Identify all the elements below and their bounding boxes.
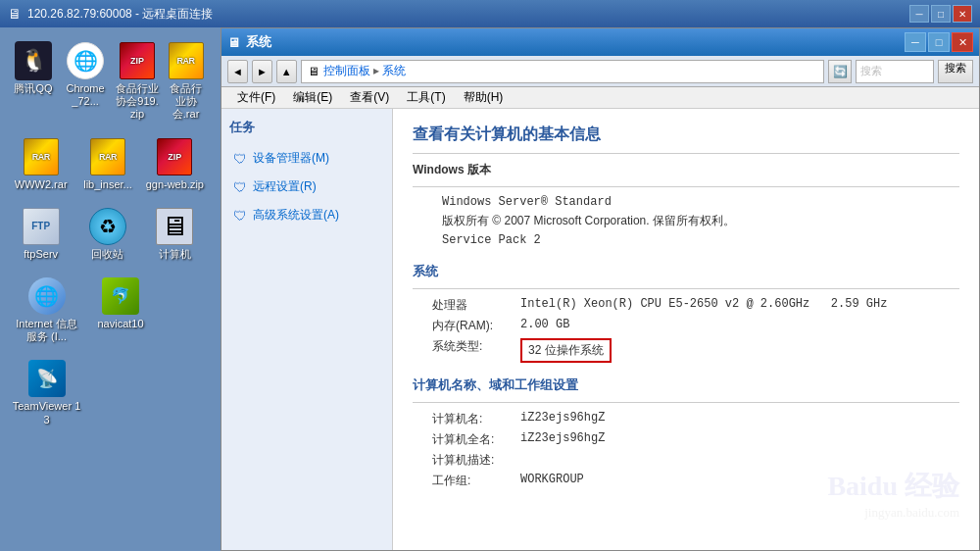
icon-row-5: 📡 TeamViewer 13 — [10, 355, 206, 429]
divider-4 — [413, 402, 959, 403]
menu-view[interactable]: 查看(V) — [342, 87, 397, 108]
divider-1 — [413, 153, 959, 154]
window-title-text: 系统 — [246, 33, 271, 51]
sidebar-label-device: 设备管理器(M) — [253, 150, 329, 167]
desktop: 🐧 腾讯QQ 🌐 Chrome_72... ZIP 食品行业协会919.zip … — [0, 27, 980, 551]
title-bar: 🖥 120.26.82.79:60008 - 远程桌面连接 ─ □ ✕ — [0, 0, 980, 27]
shield-icon-1: 🛡 — [233, 151, 247, 167]
system-section: 系统 处理器 Intel(R) Xeon(R) CPU E5-2650 v2 @… — [413, 263, 959, 363]
icon-teamviewer[interactable]: 📡 TeamViewer 13 — [10, 355, 83, 429]
ram-value: 2.00 GB — [520, 318, 569, 334]
systype-row: 系统类型: 32 位操作系统 — [432, 338, 959, 363]
sidebar-item-remote[interactable]: 🛡 远程设置(R) — [229, 175, 384, 199]
icon-ftpserv[interactable]: FTP ftpServ — [10, 203, 72, 265]
up-button[interactable]: ▲ — [276, 60, 297, 83]
window-title-bar: 🖥 系统 ─ □ ✕ — [221, 28, 979, 56]
divider-2 — [413, 186, 959, 187]
win-minimize-button[interactable]: ─ — [905, 32, 926, 52]
menu-tools[interactable]: 工具(T) — [399, 87, 453, 108]
search-button[interactable]: 搜索 — [938, 60, 973, 83]
system-rows: 处理器 Intel(R) Xeon(R) CPU E5-2650 v2 @ 2.… — [432, 297, 959, 363]
windows-details: Windows Server® Standard 版权所有 © 2007 Mic… — [442, 195, 959, 247]
workgroup-value: WORKGROUP — [520, 473, 584, 489]
shield-icon-2: 🛡 — [233, 179, 247, 195]
icon-row-4: 🌐 Internet 信息服务 (I... 🐬 navicat10 — [10, 273, 206, 347]
workgroup-label: 工作组: — [432, 473, 520, 489]
icon-food2[interactable]: RAR 食品行业协会.rar — [166, 37, 206, 125]
window-title-buttons: ─ □ ✕ — [905, 32, 973, 52]
windows-edition: Windows Server® Standard — [442, 195, 959, 209]
icon-recycle[interactable]: ♻ 回收站 — [76, 203, 138, 265]
systype-label: 系统类型: — [432, 338, 520, 363]
icon-www2[interactable]: RAR WWW2.rar — [10, 133, 72, 195]
ram-label: 内存(RAM): — [432, 318, 520, 334]
systype-value: 32 位操作系统 — [520, 338, 612, 363]
watermark: Baidu 经验 jingyan.baidu.com — [827, 468, 959, 521]
computer-section-title: 计算机名称、域和工作组设置 — [413, 376, 959, 394]
sidebar: 任务 🛡 设备管理器(M) 🛡 远程设置(R) 🛡 高级系统设置(A) — [221, 109, 393, 550]
windows-servicepack: Service Pack 2 — [442, 233, 959, 247]
shield-icon-3: 🛡 — [233, 208, 247, 224]
address-bar: ◄ ► ▲ 🖥 控制面板 ▸ 系统 🔄 搜索 搜索 — [221, 56, 979, 87]
sidebar-item-device-manager[interactable]: 🛡 设备管理器(M) — [229, 146, 384, 171]
menu-bar: 文件(F) 编辑(E) 查看(V) 工具(T) 帮助(H) — [221, 87, 979, 109]
fullname-row: 计算机全名: iZ23ejs96hgZ — [432, 431, 959, 448]
address-field[interactable]: 🖥 控制面板 ▸ 系统 — [301, 60, 824, 83]
compname-row: 计算机名: iZ23ejs96hgZ — [432, 411, 959, 427]
window-icon: 🖥 — [227, 35, 240, 50]
processor-label: 处理器 — [432, 297, 520, 314]
icon-computer[interactable]: 🖥 计算机 — [144, 203, 206, 265]
system-section-title: 系统 — [413, 263, 959, 280]
addr-path: 控制面板 ▸ 系统 — [323, 63, 407, 79]
icon-internet[interactable]: 🌐 Internet 信息服务 (I... — [10, 273, 83, 347]
icon-libinser[interactable]: RAR lib_inser... — [76, 133, 138, 195]
sidebar-label-remote: 远程设置(R) — [253, 178, 317, 195]
close-button[interactable]: ✕ — [953, 5, 972, 23]
sidebar-item-advanced[interactable]: 🛡 高级系统设置(A) — [229, 203, 384, 227]
menu-edit[interactable]: 编辑(E) — [285, 87, 340, 108]
title-bar-buttons: ─ □ ✕ — [909, 5, 972, 23]
system-window: 🖥 系统 ─ □ ✕ ◄ ► ▲ 🖥 控制面板 ▸ 系统 🔄 — [220, 27, 980, 551]
search-box[interactable]: 搜索 — [856, 60, 934, 83]
icon-chrome[interactable]: 🌐 Chrome_72... — [62, 37, 109, 125]
icon-row-3: FTP ftpServ ♻ 回收站 🖥 计算机 — [10, 203, 206, 265]
compname-value: iZ23ejs96hgZ — [520, 411, 605, 427]
ram-row: 内存(RAM): 2.00 GB — [432, 318, 959, 334]
addr-icon: 🖥 — [308, 65, 319, 78]
maximize-button[interactable]: □ — [931, 5, 951, 23]
processor-value: Intel(R) Xeon(R) CPU E5-2650 v2 @ 2.60GH… — [520, 297, 887, 314]
window-title-left: 🖥 系统 — [227, 33, 271, 51]
windows-section-title: Windows 版本 — [413, 162, 959, 178]
icon-ggnweb[interactable]: ZIP ggn-web.zip — [144, 133, 206, 195]
compname-label: 计算机名: — [432, 411, 520, 427]
windows-section: Windows 版本 Windows Server® Standard 版权所有… — [413, 162, 959, 247]
icon-navicat[interactable]: 🐬 navicat10 — [88, 273, 153, 347]
forward-button[interactable]: ► — [252, 60, 272, 83]
back-button[interactable]: ◄ — [227, 60, 248, 83]
sidebar-label-advanced: 高级系统设置(A) — [253, 207, 339, 224]
minimize-button[interactable]: ─ — [909, 5, 929, 23]
icon-row-2: RAR WWW2.rar RAR lib_inser... ZIP ggn-we… — [10, 133, 206, 195]
title-bar-left: 🖥 120.26.82.79:60008 - 远程桌面连接 — [8, 6, 213, 23]
menu-file[interactable]: 文件(F) — [229, 87, 283, 108]
title-bar-icon: 🖥 — [8, 6, 22, 22]
title-bar-title: 120.26.82.79:60008 - 远程桌面连接 — [27, 6, 213, 23]
desc-label: 计算机描述: — [432, 452, 520, 469]
processor-row: 处理器 Intel(R) Xeon(R) CPU E5-2650 v2 @ 2.… — [432, 297, 959, 314]
fullname-label: 计算机全名: — [432, 431, 520, 448]
icon-row-1: 🐧 腾讯QQ 🌐 Chrome_72... ZIP 食品行业协会919.zip … — [10, 37, 206, 125]
divider-3 — [413, 288, 959, 289]
windows-copyright: 版权所有 © 2007 Microsoft Corporation. 保留所有权… — [442, 213, 959, 229]
fullname-value: iZ23ejs96hgZ — [520, 431, 605, 448]
desc-row: 计算机描述: — [432, 452, 959, 469]
icon-food1[interactable]: ZIP 食品行业协会919.zip — [114, 37, 161, 125]
win-close-button[interactable]: ✕ — [952, 32, 973, 52]
main-panel: 查看有关计算机的基本信息 Windows 版本 Windows Server® … — [393, 109, 979, 550]
content-area: 任务 🛡 设备管理器(M) 🛡 远程设置(R) 🛡 高级系统设置(A) 查看有关… — [221, 109, 979, 550]
icon-qq[interactable]: 🐧 腾讯QQ — [10, 37, 57, 125]
menu-help[interactable]: 帮助(H) — [456, 87, 512, 108]
panel-title: 查看有关计算机的基本信息 — [413, 125, 959, 145]
refresh-button[interactable]: 🔄 — [828, 60, 852, 83]
win-maximize-button[interactable]: □ — [928, 32, 950, 52]
desktop-icons: 🐧 腾讯QQ 🌐 Chrome_72... ZIP 食品行业协会919.zip … — [0, 27, 216, 551]
